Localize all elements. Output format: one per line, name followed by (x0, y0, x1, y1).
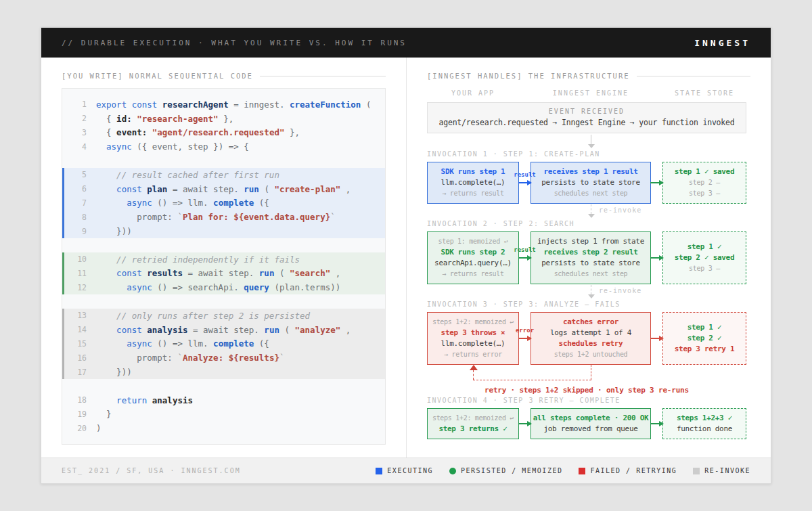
arrow-head-icon (588, 294, 595, 298)
retry-line-across (473, 380, 591, 380)
line-number: 5 (62, 170, 87, 179)
reinvoke-label: re-invoke (599, 287, 641, 294)
app-box-line: step 3 returns ✓ (429, 424, 517, 434)
app-header: // DURABLE EXECUTION · WHAT YOU WRITE VS… (41, 28, 771, 58)
code-token: "create-plan" (274, 184, 340, 194)
code-text: const plan = await step. run ( "create-p… (96, 184, 351, 194)
column-inngest-engine: INNGEST ENGINE (531, 89, 651, 97)
code-token: ` (177, 353, 183, 363)
legend-label: RE-INVOKE (704, 467, 750, 474)
legend-swatch-icon (376, 468, 382, 474)
code-line: 6 const plan = await step. run ( "create… (62, 182, 385, 196)
retry-line-down (591, 365, 591, 380)
legend-item: EXECUTING (376, 467, 433, 474)
code-text: })) (96, 367, 132, 377)
code-token: (plan.terms)) (274, 282, 340, 292)
left-panel: [YOU WRITE] NORMAL SEQUENTIAL CODE 1expo… (41, 58, 407, 458)
code-token: createFunction (284, 99, 365, 110)
engine-box: injects step 1 from statereceives step 2… (531, 231, 651, 284)
code-token: async (96, 338, 157, 349)
code-token: }, (284, 127, 300, 137)
state-box-line: step 3 retry 1 (664, 345, 744, 354)
inngest-logo: INNGEST (694, 38, 750, 48)
engine-box: catches errorlogs attempt 1 of 4schedule… (531, 312, 651, 365)
state-box-line: step 1 ✓ (664, 242, 744, 252)
code-line (62, 379, 385, 393)
header-subtitle: // DURABLE EXECUTION · WHAT YOU WRITE VS… (62, 39, 407, 47)
column-state-store: STATE STORE (662, 89, 746, 97)
code-line: 15 async () => llm. complete ({ (62, 337, 385, 351)
code-token: async (96, 198, 157, 208)
line-number: 14 (62, 325, 87, 334)
state-box-line: steps 1+2+3 ✓ (664, 414, 744, 423)
state-box-line: step 3 – (664, 189, 744, 198)
code-token: ` (279, 353, 285, 363)
code-text: return analysis (96, 395, 193, 405)
engine-box-line: injects step 1 from state (533, 237, 649, 246)
app-box-line: → returns result (429, 189, 517, 198)
code-token: ( (366, 99, 371, 110)
code-token: , (340, 325, 351, 335)
state-box-line: step 2 ✓ saved (664, 253, 744, 263)
code-token: export const (96, 99, 162, 110)
legend-item: PERSISTED / MEMOIZED (449, 467, 562, 474)
code-token: }, (219, 114, 234, 124)
engine-box-line: receives step 1 result (533, 167, 649, 177)
arrow-head-icon (588, 214, 595, 218)
column-headers: YOUR APP INNGEST ENGINE STATE STORE (427, 89, 746, 97)
code-text: prompt: `Plan for: ${event.data.query}` (96, 212, 336, 222)
state-box-line: step 2 ✓ (664, 334, 744, 343)
footer: EST_ 2021 / SF, USA · INNGEST.COM EXECUT… (41, 458, 771, 483)
event-box: EVENT RECEIVED agent/research.requested … (427, 102, 746, 133)
code-token: prompt: (96, 212, 177, 222)
retry-note: retry · steps 1+2 skipped · only step 3 … (427, 386, 746, 395)
state-box-line: step 1 ✓ (664, 323, 744, 332)
arrow-head-icon (527, 421, 532, 426)
invocation-row: SDK runs step 1llm.complete(…)→ returns … (427, 162, 746, 204)
app-box-line: steps 1+2: memoized ↩ (429, 317, 517, 327)
invocation-row: step 1: memoized ↩SDK runs step 2searchA… (427, 231, 746, 284)
line-number: 6 (62, 184, 87, 194)
code-token: researchAgent (162, 99, 229, 110)
code-token: () => llm. (157, 338, 208, 349)
line-number: 9 (62, 227, 87, 236)
code-token: ({ (259, 338, 269, 349)
code-token: plan (147, 184, 167, 194)
code-token: ({ event, step }) => { (137, 141, 249, 152)
flow-arrow: result (519, 162, 531, 204)
code-token: complete (208, 198, 259, 208)
code-text: { id: "research-agent" }, (96, 114, 233, 124)
code-line: 10 // retried independently if it fails (62, 252, 385, 267)
code-block: 1export const researchAgent = inngest. c… (62, 97, 385, 435)
event-flow-arrow (427, 133, 746, 150)
code-text: async () => llm. complete ({ (96, 198, 269, 208)
line-number: 13 (62, 311, 87, 320)
code-text: prompt: `Analyze: ${results}` (96, 353, 284, 363)
code-token: = await step. (167, 184, 238, 194)
legend-swatch-icon (579, 468, 585, 474)
code-token: analysis (152, 395, 193, 405)
code-line: 1export const researchAgent = inngest. c… (62, 97, 385, 112)
code-token: , (330, 268, 340, 278)
code-line: 13 // only runs after step 2 is persiste… (62, 309, 385, 323)
app-box: steps 1+2: memoized ↩step 3 throws ×llm.… (427, 312, 519, 365)
code-line: 18 return analysis (62, 393, 385, 407)
code-token: // retried independently if it fails (96, 254, 300, 265)
state-box-line: step 3 – (664, 264, 744, 273)
invocation-label: INVOCATION 4 · STEP 3 RETRY — COMPLETE (427, 397, 750, 404)
arrow-head-icon (527, 255, 532, 261)
app-box: SDK runs step 1llm.complete(…)→ returns … (427, 162, 519, 204)
flow-arrow: result (519, 231, 531, 284)
code-token: run (259, 325, 285, 335)
code-line: 4 async ({ event, step }) => { (62, 139, 385, 154)
title-rule (637, 76, 750, 76)
app-box-line: SDK runs step 2 (429, 248, 517, 257)
invocations: INVOCATION 1 · STEP 1: CREATE-PLANSDK ru… (427, 150, 750, 439)
invocation-label: INVOCATION 2 · STEP 2: SEARCH (427, 220, 750, 227)
poster-card: // DURABLE EXECUTION · WHAT YOU WRITE VS… (41, 27, 771, 484)
state-box: step 1 ✓step 2 ✓step 3 retry 1 (662, 312, 746, 365)
arrow-head-icon (659, 255, 664, 261)
app-box-line: SDK runs step 1 (429, 167, 517, 177)
code-token: run (254, 268, 279, 278)
code-token: prompt: (96, 353, 177, 363)
